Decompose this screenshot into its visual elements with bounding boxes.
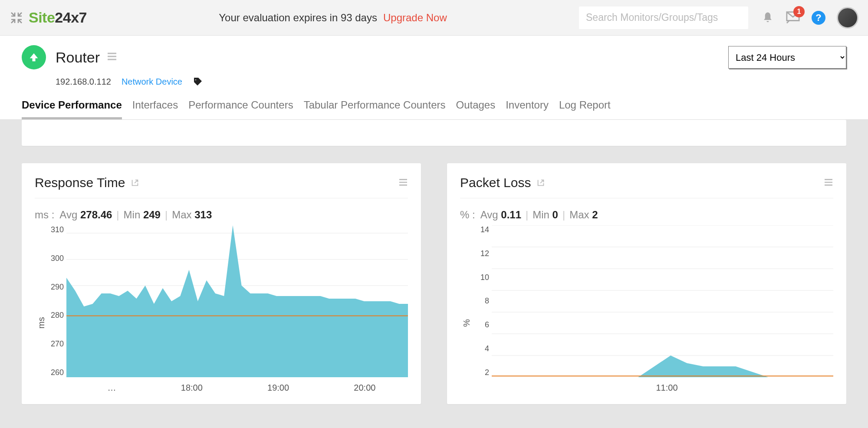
- y-axis-ticks: 1412108642: [472, 225, 489, 395]
- main: Response Time ms : Avg 278.46|Min 249|Ma…: [0, 120, 868, 417]
- upgrade-link[interactable]: Upgrade Now: [383, 12, 447, 24]
- card-packet-loss: Packet Loss % : Avg 0.11|Min 0|Max 2 % 1…: [447, 163, 846, 404]
- top-icons: 1 ?: [761, 7, 858, 29]
- top-bar: Site24x7 Your evaluation expires in 93 d…: [0, 0, 868, 36]
- tabs: Device Performance Interfaces Performanc…: [22, 99, 846, 119]
- stats-row: % : Avg 0.11|Min 0|Max 2: [460, 209, 833, 221]
- min-value: 249: [143, 209, 161, 221]
- title-row: Router Last 24 Hours: [22, 45, 846, 69]
- y-axis-label: %: [460, 225, 472, 395]
- plot-area: …18:0019:0020:00: [66, 225, 408, 395]
- card-header: Packet Loss: [460, 175, 833, 198]
- ip-address: 192.168.0.112: [56, 77, 111, 87]
- tag-icon[interactable]: [193, 76, 203, 87]
- x-axis-ticks: 11:00: [492, 379, 833, 396]
- popout-icon[interactable]: [536, 178, 546, 188]
- y-axis-ticks: 310300290280270260: [46, 225, 64, 395]
- status-up-icon: [22, 45, 46, 69]
- meta-row: 192.168.0.112 Network Device: [56, 76, 846, 87]
- title-menu-icon[interactable]: [107, 51, 117, 63]
- tab-tabular-performance-counters[interactable]: Tabular Performance Counters: [304, 99, 446, 119]
- device-type-link[interactable]: Network Device: [122, 77, 182, 87]
- notification-badge: 1: [793, 6, 805, 17]
- tab-log-report[interactable]: Log Report: [559, 99, 611, 119]
- collapse-icon[interactable]: [10, 11, 23, 25]
- max-label: Max: [172, 209, 191, 221]
- time-range-select[interactable]: Last 24 Hours: [728, 46, 846, 69]
- top-center: Your evaluation expires in 93 days Upgra…: [87, 12, 579, 24]
- unit-label: % :: [460, 209, 475, 221]
- max-value: 313: [194, 209, 212, 221]
- page-title: Router: [56, 49, 100, 66]
- popout-icon[interactable]: [130, 178, 140, 188]
- avg-value: 0.11: [501, 209, 521, 221]
- logo-text-dark: 24x7: [55, 9, 87, 26]
- logo[interactable]: Site24x7: [29, 9, 87, 26]
- avatar[interactable]: [837, 7, 858, 29]
- card-response-time: Response Time ms : Avg 278.46|Min 249|Ma…: [22, 163, 421, 404]
- avg-value: 278.46: [80, 209, 112, 221]
- tab-interfaces[interactable]: Interfaces: [132, 99, 178, 119]
- search-input[interactable]: [579, 7, 748, 29]
- empty-card: [22, 120, 846, 146]
- help-icon[interactable]: ?: [812, 11, 825, 25]
- card-menu-icon[interactable]: [398, 177, 408, 189]
- sub-header: Router Last 24 Hours 192.168.0.112 Netwo…: [0, 36, 868, 120]
- bell-icon[interactable]: [761, 11, 774, 24]
- cards-row: Response Time ms : Avg 278.46|Min 249|Ma…: [22, 163, 846, 404]
- chart-packet-loss: % 1412108642 11:00: [460, 225, 833, 395]
- min-label: Min: [124, 209, 141, 221]
- plot-area: 11:00: [492, 225, 833, 395]
- tab-outages[interactable]: Outages: [456, 99, 495, 119]
- card-menu-icon[interactable]: [824, 177, 833, 189]
- card-header: Response Time: [35, 175, 408, 198]
- card-title: Response Time: [35, 175, 125, 190]
- evaluation-text: Your evaluation expires in 93 days: [219, 12, 377, 24]
- card-title: Packet Loss: [460, 175, 531, 190]
- avg-label: Avg: [59, 209, 77, 221]
- unit-label: ms :: [35, 209, 54, 221]
- y-axis-label: ms: [35, 225, 46, 395]
- x-axis-ticks: …18:0019:0020:00: [66, 379, 408, 396]
- logo-text-green: Site: [29, 9, 55, 26]
- tab-performance-counters[interactable]: Performance Counters: [188, 99, 293, 119]
- max-value: 2: [592, 209, 598, 221]
- stats-row: ms : Avg 278.46|Min 249|Max 313: [35, 209, 408, 221]
- messages-icon[interactable]: 1: [786, 10, 800, 25]
- chart-response-time: ms 310300290280270260 …18:0019:0020:00: [35, 225, 408, 395]
- tab-inventory[interactable]: Inventory: [506, 99, 549, 119]
- tab-device-performance[interactable]: Device Performance: [22, 99, 122, 119]
- min-label: Min: [533, 209, 549, 221]
- min-value: 0: [552, 209, 558, 221]
- avg-label: Avg: [480, 209, 498, 221]
- max-label: Max: [569, 209, 589, 221]
